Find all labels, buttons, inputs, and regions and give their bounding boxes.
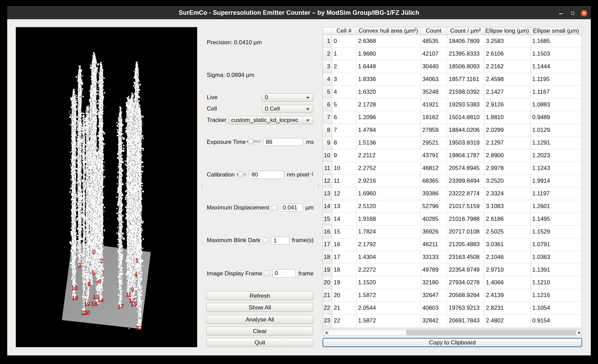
svg-text:4: 4 [134,271,137,277]
svg-text:16: 16 [72,295,78,301]
svg-text:17: 17 [118,303,124,309]
svg-text:15: 15 [131,301,137,307]
svg-text:0: 0 [92,249,95,255]
svg-text:7: 7 [95,280,99,286]
svg-text:18: 18 [91,300,98,307]
svg-text:1: 1 [135,257,138,263]
svg-text:22: 22 [136,325,142,331]
svg-text:3: 3 [78,262,81,268]
svg-text:19: 19 [84,300,90,307]
svg-text:6: 6 [98,278,101,284]
svg-text:20: 20 [84,309,90,316]
svg-text:8: 8 [88,281,91,287]
svg-text:2: 2 [100,258,103,264]
svg-text:14: 14 [98,297,104,303]
svg-text:5: 5 [92,270,95,276]
svg-text:10: 10 [71,285,78,291]
svg-text:11: 11 [126,291,132,297]
